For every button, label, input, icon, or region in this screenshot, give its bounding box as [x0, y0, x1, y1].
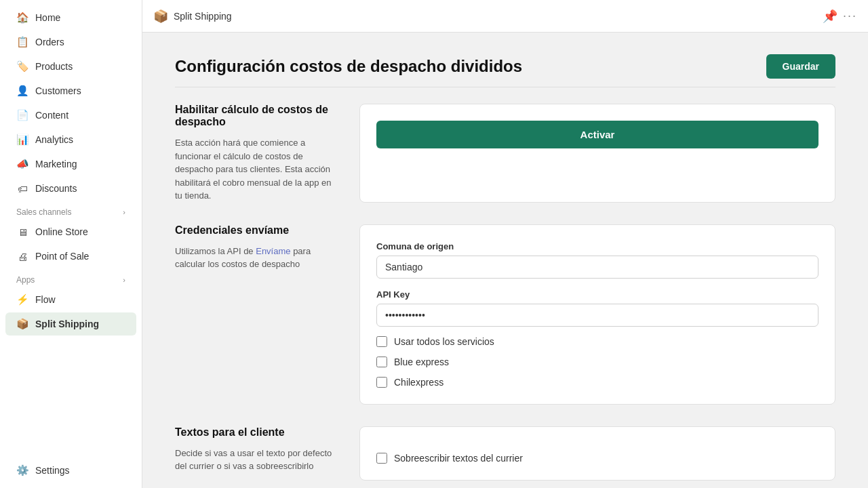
chevron-right-icon: › — [123, 208, 125, 216]
sidebar-item-home[interactable]: 🏠 Home — [5, 6, 136, 29]
section-habilitar-left: Habilitar cálculo de costos de despacho … — [175, 104, 338, 203]
sidebar-item-label: Flow — [35, 294, 56, 305]
main-content: 📦 Split Shipping 📌 ··· Configuración cos… — [142, 0, 868, 488]
chevron-right-icon: › — [123, 276, 125, 284]
checkbox-todos-servicios: Usar todos los servicios — [376, 336, 818, 347]
discounts-icon: 🏷 — [16, 182, 28, 195]
sales-channels-section[interactable]: Sales channels › — [5, 201, 136, 220]
pos-icon: 🖨 — [16, 250, 28, 262]
checkbox-sobreescribir: Sobreescribir textos del currier — [376, 453, 818, 464]
section-credenciales-heading: Credenciales envíame — [175, 224, 338, 237]
sidebar-item-label: Split Shipping — [35, 319, 99, 329]
sidebar-item-marketing[interactable]: 📣 Marketing — [5, 152, 136, 176]
sidebar-item-orders[interactable]: 📋 Orders — [5, 30, 136, 54]
sidebar-item-label: Marketing — [35, 159, 77, 169]
checkbox-chilexpress: Chilexpress — [376, 377, 818, 388]
customers-icon: 👤 — [16, 85, 28, 97]
api-key-input[interactable] — [376, 304, 818, 327]
sidebar-item-flow[interactable]: ⚡ Flow — [5, 288, 136, 311]
blue-express-checkbox[interactable] — [376, 357, 387, 367]
section-textos: Textos para el cliente Decide si vas a u… — [175, 426, 835, 481]
sidebar-item-discounts[interactable]: 🏷 Discounts — [5, 177, 136, 200]
section-credenciales: Credenciales envíame Utilizamos la API d… — [175, 224, 835, 405]
section-habilitar: Habilitar cálculo de costos de despacho … — [175, 104, 835, 203]
home-icon: 🏠 — [16, 12, 28, 24]
content-icon: 📄 — [16, 109, 28, 121]
more-options-button[interactable]: ··· — [843, 9, 857, 23]
orders-icon: 📋 — [16, 36, 28, 48]
checkbox-blue-express: Blue express — [376, 357, 818, 367]
section-textos-right: Sobreescribir textos del currier — [359, 426, 835, 481]
products-icon: 🏷️ — [16, 60, 28, 73]
flow-icon: ⚡ — [16, 293, 28, 306]
topbar: 📦 Split Shipping 📌 ··· — [142, 0, 868, 33]
sidebar-item-content[interactable]: 📄 Content — [5, 104, 136, 127]
sidebar-item-label: Settings — [35, 465, 70, 476]
credenciales-desc-prefix: Utilizamos la API de — [175, 246, 256, 256]
sidebar-item-label: Content — [35, 110, 68, 121]
topbar-app-icon: 📦 — [153, 9, 168, 24]
comuna-label: Comuna de origen — [376, 241, 818, 251]
section-credenciales-left: Credenciales envíame Utilizamos la API d… — [175, 224, 338, 405]
sidebar-item-split-shipping[interactable]: 📦 Split Shipping — [5, 312, 136, 336]
section-textos-heading: Textos para el cliente — [175, 426, 338, 439]
section-credenciales-right: Comuna de origen API Key Usar todos los … — [359, 224, 835, 405]
enviame-link[interactable]: Envíame — [256, 246, 290, 256]
sidebar: 🏠 Home 📋 Orders 🏷️ Products 👤 Customers … — [0, 0, 142, 488]
page-content: Configuración costos de despacho dividid… — [142, 33, 868, 488]
todos-servicios-label: Usar todos los servicios — [394, 336, 494, 347]
chilexpress-checkbox[interactable] — [376, 377, 387, 388]
section-textos-left: Textos para el cliente Decide si vas a u… — [175, 426, 338, 481]
sidebar-item-label: Products — [35, 61, 73, 72]
sales-channels-label: Sales channels — [16, 207, 71, 217]
online-store-icon: 🖥 — [16, 226, 28, 238]
todos-servicios-checkbox[interactable] — [376, 336, 387, 347]
sidebar-item-label: Orders — [35, 37, 64, 47]
api-key-label: API Key — [376, 289, 818, 300]
analytics-icon: 📊 — [16, 134, 28, 146]
sidebar-item-pos[interactable]: 🖨 Point of Sale — [5, 245, 136, 268]
sobreescribir-checkbox[interactable] — [376, 453, 387, 464]
sidebar-item-products[interactable]: 🏷️ Products — [5, 55, 136, 78]
sidebar-item-label: Home — [35, 12, 60, 23]
sidebar-item-label: Point of Sale — [35, 251, 89, 262]
apps-label: Apps — [16, 275, 35, 285]
sobreescribir-label: Sobreescribir textos del currier — [394, 453, 523, 464]
topbar-title: Split Shipping — [174, 11, 232, 22]
split-shipping-icon: 📦 — [16, 318, 28, 330]
section-habilitar-heading: Habilitar cálculo de costos de despacho — [175, 104, 338, 128]
sidebar-item-customers[interactable]: 👤 Customers — [5, 79, 136, 102]
page-title: Configuración costos de despacho dividid… — [175, 57, 522, 76]
page-header: Configuración costos de despacho dividid… — [175, 54, 835, 79]
section-habilitar-description: Esta acción hará que comience a funciona… — [175, 136, 338, 203]
activar-button[interactable]: Activar — [376, 121, 818, 148]
settings-icon: ⚙️ — [16, 464, 28, 476]
topbar-actions: 📌 ··· — [823, 9, 857, 24]
sidebar-item-analytics[interactable]: 📊 Analytics — [5, 128, 136, 151]
section-textos-description: Decide si vas a usar el texto por defect… — [175, 447, 338, 473]
marketing-icon: 📣 — [16, 158, 28, 170]
sidebar-item-label: Analytics — [35, 134, 73, 145]
section-credenciales-description: Utilizamos la API de Envíame para calcul… — [175, 245, 338, 271]
comuna-input[interactable] — [376, 256, 818, 279]
chilexpress-label: Chilexpress — [394, 377, 443, 388]
sidebar-item-label: Customers — [35, 85, 81, 96]
apps-section[interactable]: Apps › — [5, 268, 136, 287]
pin-button[interactable]: 📌 — [823, 9, 837, 24]
blue-express-label: Blue express — [394, 357, 449, 367]
sidebar-item-online-store[interactable]: 🖥 Online Store — [5, 220, 136, 243]
sidebar-item-settings[interactable]: ⚙️ Settings — [5, 459, 136, 482]
sidebar-item-label: Online Store — [35, 226, 88, 237]
header-divider — [175, 87, 835, 87]
sidebar-item-label: Discounts — [35, 183, 77, 194]
section-habilitar-right: Activar — [359, 104, 835, 203]
save-button[interactable]: Guardar — [766, 54, 835, 79]
